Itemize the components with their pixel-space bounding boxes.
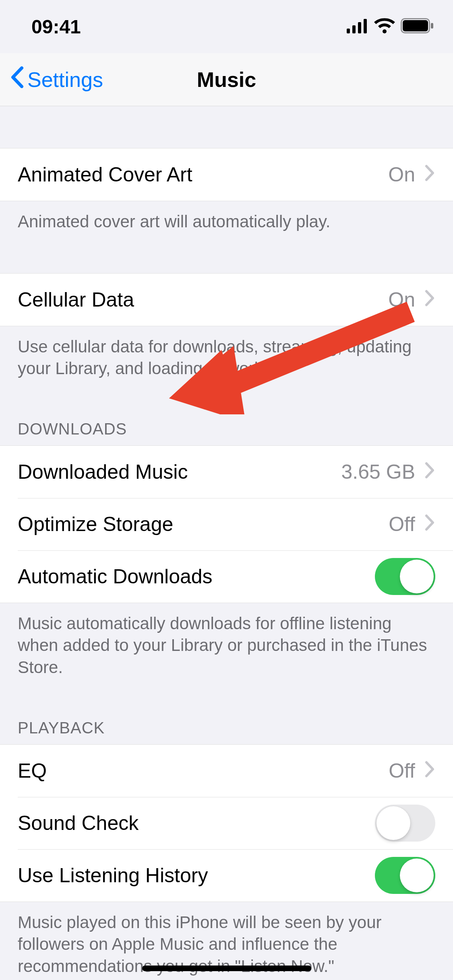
toggle-sound-check[interactable] [375,805,435,842]
row-label: Use Listening History [18,864,375,887]
toggle-automatic-downloads[interactable] [375,558,435,595]
navigation-bar: Settings Music [0,53,453,106]
svg-rect-1 [352,25,356,33]
svg-rect-3 [364,19,367,33]
section-footer: Music automatically downloads for offlin… [0,603,453,679]
wifi-icon [374,16,395,38]
row-animated-cover-art[interactable]: Animated Cover Art On [0,148,453,201]
row-automatic-downloads: Automatic Downloads [18,550,453,603]
row-value: Off [389,759,415,782]
row-label: Cellular Data [18,288,388,311]
row-label: Sound Check [18,811,375,835]
row-label: Downloaded Music [18,460,341,484]
svg-rect-6 [431,23,433,29]
battery-icon [401,16,434,38]
row-value: Off [389,513,415,536]
row-label: Optimize Storage [18,513,389,536]
cellular-signal-icon [347,16,368,38]
row-eq[interactable]: EQ Off [0,745,453,797]
svg-rect-2 [358,22,361,33]
back-label: Settings [27,68,103,92]
section-header-playback: PLAYBACK [0,719,453,744]
row-label: Animated Cover Art [18,163,388,186]
status-indicators [347,16,434,38]
back-button[interactable]: Settings [10,66,103,93]
svg-rect-0 [347,29,350,33]
chevron-left-icon [10,66,24,93]
chevron-right-icon [425,759,435,782]
section-footer: Animated cover art will automatically pl… [0,201,453,233]
status-time: 09:41 [31,16,81,38]
row-label: Automatic Downloads [18,565,375,588]
row-sound-check: Sound Check [18,797,453,849]
status-bar: 09:41 [0,0,453,53]
row-label: EQ [18,759,389,782]
row-cellular-data[interactable]: Cellular Data On [0,274,453,326]
row-use-listening-history: Use Listening History [18,849,453,902]
toggle-use-listening-history[interactable] [375,857,435,894]
row-value: On [388,163,415,186]
row-downloaded-music[interactable]: Downloaded Music 3.65 GB [0,446,453,498]
chevron-right-icon [425,513,435,536]
svg-rect-5 [403,20,428,31]
row-value: 3.65 GB [341,460,415,484]
row-optimize-storage[interactable]: Optimize Storage Off [18,498,453,550]
chevron-right-icon [425,288,435,311]
section-header-downloads: DOWNLOADS [0,420,453,445]
chevron-right-icon [425,460,435,484]
row-value: On [388,288,415,311]
section-footer: Use cellular data for downloads, streami… [0,326,453,380]
chevron-right-icon [425,163,435,186]
home-indicator[interactable] [142,966,311,971]
